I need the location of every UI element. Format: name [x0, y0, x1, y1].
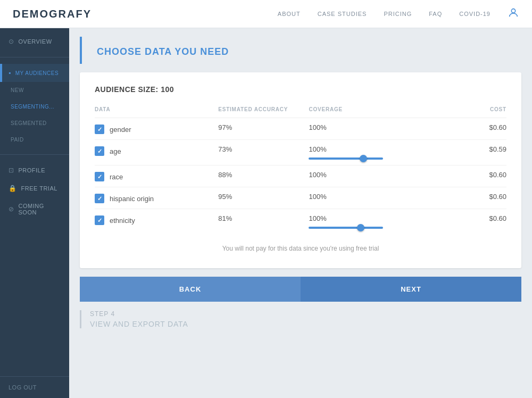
- next-button[interactable]: NEXT: [301, 277, 521, 302]
- cost-gender: $0.60: [400, 118, 506, 140]
- overview-icon: ⊙: [9, 38, 14, 45]
- checkbox-race[interactable]: [95, 172, 104, 181]
- action-buttons: BACK NEXT: [80, 277, 521, 302]
- sidebar-item-free-trial[interactable]: 🔒 FREE TRIAL: [0, 179, 69, 197]
- sidebar-item-paid[interactable]: PAID: [0, 131, 69, 148]
- checkbox-ethnicity[interactable]: [95, 215, 104, 225]
- sidebar-item-new[interactable]: NEW: [0, 82, 69, 98]
- free-trial-icon: 🔒: [9, 185, 17, 192]
- row-text-ethnicity: ethnicity: [110, 217, 135, 225]
- coverage-gender: 100%: [309, 118, 399, 140]
- accuracy-gender: 97%: [218, 118, 309, 140]
- main-content: CHOOSE DATA YOU NEED AUDIENCE SIZE: 100 …: [69, 28, 532, 398]
- sidebar: ⊙ OVERVIEW ▪ MY AUDIENCES NEW SEGMENTING…: [0, 28, 69, 398]
- logo: DEMOGRAFY: [13, 8, 92, 20]
- row-label-race: race: [95, 171, 218, 181]
- sidebar-item-segmented[interactable]: SEGMENTED: [0, 115, 69, 131]
- row-label-age: age: [95, 145, 218, 156]
- checkbox-gender[interactable]: [95, 125, 104, 134]
- back-button[interactable]: BACK: [80, 277, 301, 302]
- profile-icon: ⊡: [9, 167, 14, 174]
- page-title: CHOOSE DATA YOU NEED: [97, 46, 506, 57]
- coverage-race: 100%: [309, 165, 399, 187]
- row-text-gender: gender: [110, 126, 131, 134]
- top-nav: DEMOGRAFY ABOUT CASE STUDIES PRICING FAQ…: [0, 0, 532, 28]
- free-trial-note: You will not pay for this data since you…: [95, 234, 506, 255]
- coming-soon-icon: ⊘: [9, 205, 14, 213]
- page-header: CHOOSE DATA YOU NEED: [80, 37, 521, 64]
- row-label-ethnicity: ethnicity: [95, 214, 218, 225]
- sidebar-item-profile[interactable]: ⊡ PROFILE: [0, 161, 69, 179]
- col-header-accuracy: ESTIMATED ACCURACY: [218, 104, 309, 118]
- slider-track-ethnicity: [309, 227, 383, 229]
- accuracy-race: 88%: [218, 165, 309, 187]
- slider-thumb-ethnicity[interactable]: [357, 224, 364, 231]
- svg-point-0: [511, 9, 515, 12]
- sidebar-item-segmenting[interactable]: SEGMENTING...: [0, 98, 69, 115]
- sidebar-section-profile: ⊡ PROFILE 🔒 FREE TRIAL ⊘ COMING SOON: [0, 157, 69, 225]
- nav-covid[interactable]: COVID-19: [459, 11, 491, 17]
- sidebar-section-overview: ⊙ OVERVIEW: [0, 28, 69, 55]
- cost-hispanic-origin: $0.60: [400, 187, 506, 209]
- cost-age: $0.59: [400, 140, 506, 165]
- nav-about[interactable]: ABOUT: [278, 11, 301, 17]
- row-text-race: race: [110, 173, 123, 181]
- nav-faq[interactable]: FAQ: [429, 11, 442, 17]
- nav-links: ABOUT CASE STUDIES PRICING FAQ COVID-19: [278, 11, 491, 17]
- cost-race: $0.60: [400, 165, 506, 187]
- table-row: hispanic origin 95%100%$0.60: [95, 187, 506, 209]
- coverage-hispanic-origin: 100%: [309, 187, 399, 209]
- row-label-hispanic-origin: hispanic origin: [95, 193, 218, 203]
- slider-thumb-age[interactable]: [360, 155, 367, 162]
- accuracy-ethnicity: 81%: [218, 209, 309, 235]
- sidebar-item-coming-soon[interactable]: ⊘ COMING SOON: [0, 197, 69, 221]
- accuracy-hispanic-origin: 95%: [218, 187, 309, 209]
- table-row: age 73%100% $0.59: [95, 140, 506, 165]
- sidebar-section-audiences: ▪ MY AUDIENCES NEW SEGMENTING... SEGMENT…: [0, 60, 69, 152]
- checkbox-age[interactable]: [95, 146, 104, 156]
- row-label-gender: gender: [95, 123, 218, 134]
- data-table: DATA ESTIMATED ACCURACY COVERAGE COST ge…: [95, 104, 506, 234]
- step4-label: STEP 4: [90, 310, 521, 318]
- table-row: gender 97%100%$0.60: [95, 118, 506, 140]
- row-text-hispanic-origin: hispanic origin: [110, 195, 154, 203]
- layout: ⊙ OVERVIEW ▪ MY AUDIENCES NEW SEGMENTING…: [0, 28, 532, 398]
- sidebar-item-my-audiences[interactable]: ▪ MY AUDIENCES: [0, 64, 69, 82]
- slider-track-age: [309, 157, 383, 160]
- slider-ethnicity[interactable]: [309, 227, 383, 229]
- col-header-cost: COST: [400, 104, 506, 118]
- sidebar-item-overview[interactable]: ⊙ OVERVIEW: [0, 32, 69, 51]
- col-header-coverage: COVERAGE: [309, 104, 399, 118]
- nav-pricing[interactable]: PRICING: [384, 11, 412, 17]
- slider-age[interactable]: [309, 157, 383, 160]
- audiences-icon: ▪: [9, 69, 11, 77]
- nav-case-studies[interactable]: CASE STUDIES: [318, 11, 367, 17]
- table-row: ethnicity 81%100% $0.60: [95, 209, 506, 235]
- table-row: race 88%100%$0.60: [95, 165, 506, 187]
- data-card: AUDIENCE SIZE: 100 DATA ESTIMATED ACCURA…: [80, 72, 521, 268]
- accuracy-age: 73%: [218, 140, 309, 165]
- col-header-data: DATA: [95, 104, 218, 118]
- cost-ethnicity: $0.60: [400, 209, 506, 235]
- user-icon[interactable]: [508, 7, 519, 21]
- step4-section: STEP 4 VIEW AND EXPORT DATA: [80, 310, 521, 328]
- audience-size: AUDIENCE SIZE: 100: [95, 85, 506, 94]
- step4-title: VIEW AND EXPORT DATA: [90, 320, 521, 328]
- coverage-ethnicity: 100%: [309, 209, 399, 235]
- checkbox-hispanic-origin[interactable]: [95, 194, 104, 203]
- row-text-age: age: [110, 147, 121, 155]
- logout-button[interactable]: LOG OUT: [0, 376, 69, 398]
- coverage-age: 100%: [309, 140, 399, 165]
